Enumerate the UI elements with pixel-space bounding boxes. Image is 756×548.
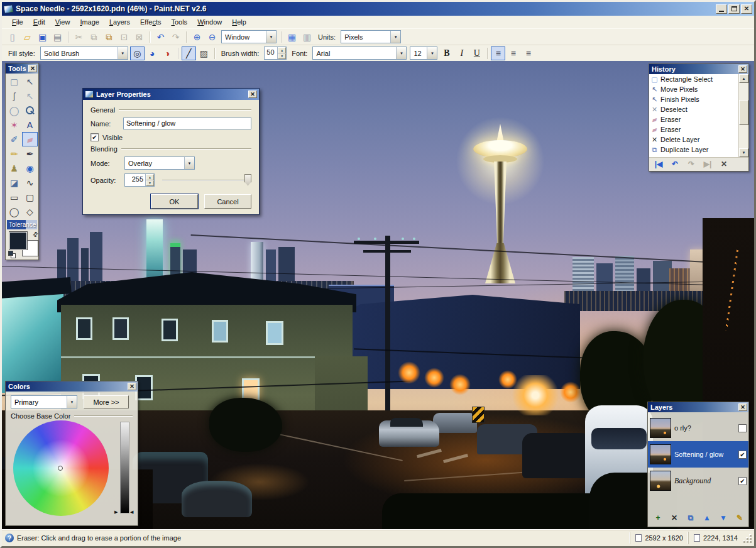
blend-mode-select[interactable]: Overlay ▼ bbox=[124, 156, 195, 170]
antialias-on-button[interactable]: ╱ bbox=[182, 47, 196, 60]
tools-panel-close-icon[interactable]: ✕ bbox=[28, 65, 37, 72]
fast-forward-button[interactable]: ▶| bbox=[701, 159, 715, 170]
align-center-button[interactable]: ≡ bbox=[506, 47, 520, 60]
freeform-shape-button[interactable]: ◇ bbox=[22, 204, 38, 219]
tolerance-slider[interactable]: Tolerance bbox=[7, 220, 37, 229]
ellipse-button[interactable]: ◯ bbox=[6, 204, 22, 219]
history-item[interactable]: ↖Finish Pixels bbox=[649, 94, 738, 104]
recolor-button[interactable]: ◉ bbox=[22, 161, 38, 175]
swap-colors-icon[interactable]: ⇄ bbox=[31, 230, 40, 239]
align-left-button[interactable]: ≡ bbox=[491, 47, 505, 60]
shape-mode-both-button[interactable]: ◑ bbox=[160, 47, 175, 60]
layer-visible-checkbox[interactable]: ✔ bbox=[738, 451, 747, 459]
delete-history-button[interactable]: ✕ bbox=[717, 159, 731, 170]
paintbrush-button[interactable]: ✐ bbox=[6, 132, 22, 146]
move-layer-up-button[interactable]: ▲ bbox=[701, 512, 713, 523]
maximize-button[interactable] bbox=[728, 4, 740, 14]
layers-panel-close-icon[interactable]: ✕ bbox=[738, 403, 747, 411]
menu-image[interactable]: Image bbox=[75, 17, 104, 27]
save-button[interactable]: ▣ bbox=[35, 30, 50, 44]
history-scrollbar[interactable]: ▲ ▼ bbox=[739, 74, 748, 157]
minimize-button[interactable] bbox=[716, 4, 727, 14]
menu-window[interactable]: Window bbox=[192, 17, 227, 27]
tools-panel-titlebar[interactable]: Tools ✕ bbox=[6, 63, 38, 74]
rectangle-button[interactable]: ▭ bbox=[6, 190, 22, 204]
brush-width-spinner[interactable]: ▲▼ bbox=[277, 47, 286, 59]
rounded-rectangle-button[interactable]: ▢ bbox=[22, 190, 38, 204]
align-right-button[interactable]: ≡ bbox=[521, 47, 535, 60]
scroll-down-icon[interactable]: ▼ bbox=[739, 148, 748, 157]
layer-name-input[interactable]: Softening / glow bbox=[123, 118, 251, 129]
ellipse-select-button[interactable]: ◯ bbox=[6, 103, 22, 118]
history-item[interactable]: ▦Layer Visibility bbox=[649, 155, 738, 157]
move-layer-down-button[interactable]: ▼ bbox=[717, 512, 730, 523]
layer-row[interactable]: Softening / glow✔ bbox=[648, 441, 748, 468]
new-button[interactable]: ▯ bbox=[5, 30, 19, 44]
dialog-titlebar[interactable]: Layer Properties ✕ bbox=[83, 89, 259, 100]
delete-layer-button[interactable]: ✕ bbox=[668, 512, 681, 523]
rewind-button[interactable]: |◀ bbox=[652, 159, 666, 170]
fill-style-select[interactable]: Solid Brush▼ bbox=[40, 47, 128, 60]
resize-grip[interactable] bbox=[744, 532, 753, 544]
history-item[interactable]: ▢Rectangle Select bbox=[649, 74, 738, 84]
open-button[interactable]: ▱ bbox=[20, 30, 35, 44]
duplicate-layer-button[interactable]: ⧉ bbox=[684, 512, 697, 523]
history-item[interactable]: ↖Move Pixels bbox=[649, 84, 738, 94]
brush-width-input[interactable]: 50▲▼ bbox=[264, 47, 287, 60]
history-item[interactable]: ▰Eraser bbox=[649, 114, 738, 124]
color-wheel-marker[interactable] bbox=[58, 466, 63, 471]
shape-mode-outline-button[interactable]: ◎ bbox=[130, 47, 145, 60]
redo-button[interactable]: ↷ bbox=[168, 30, 183, 44]
history-item[interactable]: ✕Deselect bbox=[649, 104, 738, 114]
layers-panel-titlebar[interactable]: Layers ✕ bbox=[648, 402, 748, 412]
eraser-button[interactable]: ▰ bbox=[22, 132, 38, 146]
shape-mode-interior-button[interactable]: ◕ bbox=[145, 47, 160, 60]
layer-properties-button[interactable]: ✎ bbox=[733, 512, 746, 523]
value-slider[interactable] bbox=[120, 422, 129, 513]
spin-up-icon[interactable]: ▲ bbox=[146, 174, 154, 180]
move-button[interactable]: ↖ bbox=[22, 74, 38, 89]
add-layer-button[interactable]: + bbox=[652, 512, 664, 523]
clone-stamp-button[interactable]: ♟ bbox=[6, 161, 22, 175]
history-item[interactable]: ✕Delete Layer bbox=[649, 134, 738, 145]
print-button[interactable]: ▤ bbox=[50, 30, 65, 44]
layer-row[interactable]: o rly? bbox=[648, 415, 748, 441]
pencil-button[interactable]: ✏ bbox=[6, 146, 22, 161]
menu-tools[interactable]: Tools bbox=[166, 17, 192, 27]
opacity-spinner[interactable]: ▲▼ bbox=[145, 174, 154, 186]
layer-row[interactable]: Background✔ bbox=[648, 468, 748, 494]
value-slider-marker-left[interactable]: ▶ bbox=[114, 510, 118, 515]
colors-panel-titlebar[interactable]: Colors ✕ bbox=[6, 381, 138, 392]
underline-button[interactable]: U bbox=[469, 47, 484, 60]
antialias-off-button[interactable]: ▨ bbox=[197, 47, 211, 60]
cancel-button[interactable]: Cancel bbox=[204, 194, 251, 209]
scroll-track[interactable] bbox=[739, 83, 748, 148]
menu-help[interactable]: Help bbox=[227, 17, 251, 27]
scroll-thumb[interactable] bbox=[739, 100, 748, 125]
menu-view[interactable]: View bbox=[50, 17, 75, 27]
units-select[interactable]: Pixels▼ bbox=[341, 30, 401, 43]
slider-thumb[interactable] bbox=[244, 174, 251, 186]
image-canvas[interactable]: Tools ✕ ▢↖ʃ↖◯✶A✐▰✏✒♟◉◪∿▭▢◯◇ Tolerance ⇄ … bbox=[2, 61, 754, 529]
close-button[interactable]: ✕ bbox=[741, 4, 752, 14]
line-curve-button[interactable]: ∿ bbox=[22, 175, 38, 190]
grid-button[interactable]: ▦ bbox=[285, 30, 299, 44]
zoom-button[interactable] bbox=[22, 103, 38, 118]
color-picker-button[interactable]: ✒ bbox=[22, 146, 38, 161]
crop-button[interactable]: ⊡ bbox=[117, 30, 131, 44]
font-family-select[interactable]: Arial▼ bbox=[312, 47, 407, 60]
menu-effects[interactable]: Effects bbox=[135, 17, 166, 27]
undo-button[interactable]: ↶ bbox=[153, 30, 168, 44]
redo-history-button[interactable]: ↷ bbox=[684, 159, 698, 170]
opacity-input[interactable]: 255 ▲▼ bbox=[124, 173, 155, 187]
color-wheel[interactable] bbox=[13, 420, 109, 516]
paste-button[interactable]: ⧉ bbox=[102, 30, 116, 44]
history-panel-titlebar[interactable]: History ✕ bbox=[649, 64, 748, 74]
ruler-button[interactable]: ▥ bbox=[300, 30, 314, 44]
more-button[interactable]: More >> bbox=[84, 395, 129, 408]
history-item[interactable]: ▰Eraser bbox=[649, 124, 738, 134]
menu-edit[interactable]: Edit bbox=[28, 17, 50, 27]
italic-button[interactable]: I bbox=[454, 47, 469, 60]
magic-wand-button[interactable]: ✶ bbox=[6, 118, 22, 132]
move-selection-button[interactable]: ↖ bbox=[22, 89, 38, 103]
